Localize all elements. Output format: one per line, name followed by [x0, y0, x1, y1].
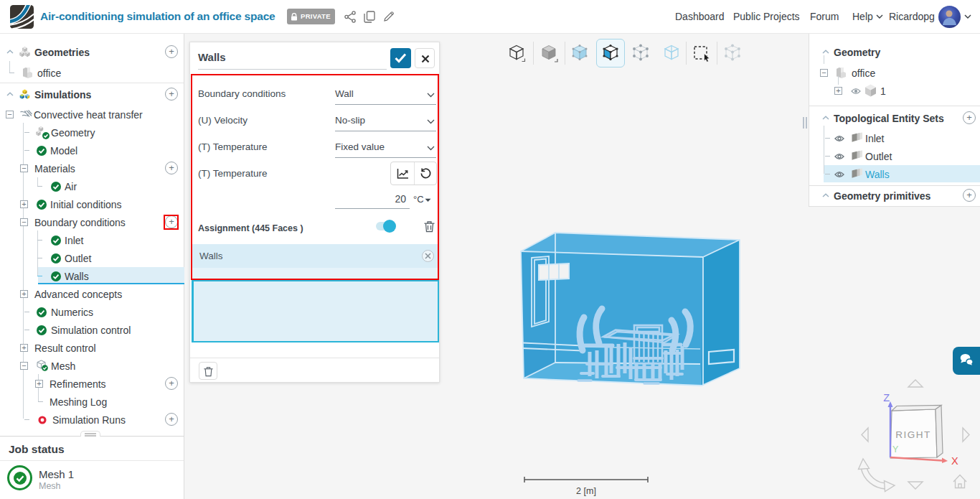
svg-text:2 [m]: 2 [m] — [576, 486, 596, 496]
svg-text:RIGHT: RIGHT — [895, 429, 931, 440]
svg-text:X: X — [951, 455, 958, 467]
svg-text:Z: Z — [883, 392, 890, 404]
svg-text:Y: Y — [892, 444, 899, 454]
